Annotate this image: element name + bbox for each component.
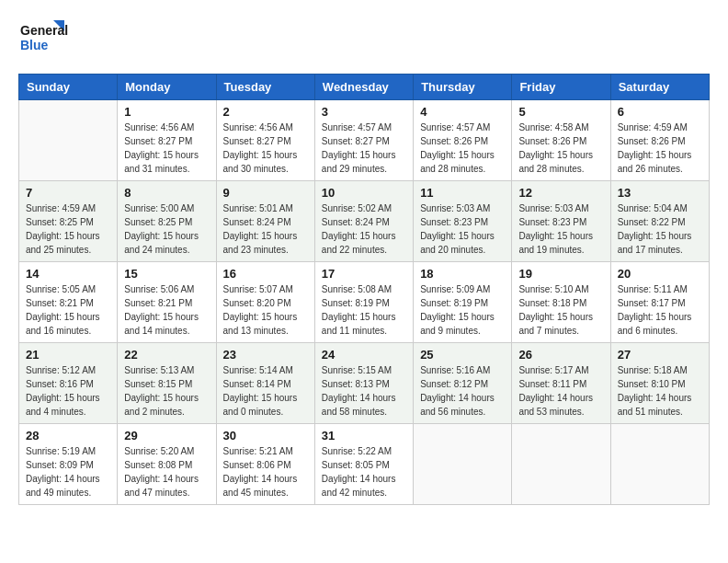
day-number: 12 <box>518 186 603 200</box>
column-header-thursday: Thursday <box>414 75 512 100</box>
day-number: 3 <box>322 105 406 119</box>
calendar-table: SundayMondayTuesdayWednesdayThursdayFrid… <box>18 74 710 505</box>
day-info: Sunrise: 5:03 AM Sunset: 8:23 PM Dayligh… <box>420 201 505 257</box>
day-number: 26 <box>518 348 603 362</box>
calendar-cell: 26Sunrise: 5:17 AM Sunset: 8:11 PM Dayli… <box>512 343 610 424</box>
day-info: Sunrise: 4:57 AM Sunset: 8:26 PM Dayligh… <box>420 121 505 176</box>
calendar-cell: 17Sunrise: 5:08 AM Sunset: 8:19 PM Dayli… <box>314 262 413 343</box>
calendar-cell: 11Sunrise: 5:03 AM Sunset: 8:23 PM Dayli… <box>414 181 512 262</box>
day-info: Sunrise: 5:07 AM Sunset: 8:20 PM Dayligh… <box>223 282 308 338</box>
day-number: 8 <box>124 186 209 200</box>
calendar-cell: 13Sunrise: 5:04 AM Sunset: 8:22 PM Dayli… <box>610 181 709 262</box>
day-info: Sunrise: 5:17 AM Sunset: 8:11 PM Dayligh… <box>518 363 603 419</box>
day-number: 23 <box>223 348 308 362</box>
day-number: 15 <box>124 267 209 281</box>
day-info: Sunrise: 5:14 AM Sunset: 8:14 PM Dayligh… <box>223 363 308 419</box>
day-number: 30 <box>223 429 308 442</box>
calendar-cell: 18Sunrise: 5:09 AM Sunset: 8:19 PM Dayli… <box>414 262 512 343</box>
calendar-cell <box>414 424 512 505</box>
svg-text:Blue: Blue <box>20 38 49 52</box>
column-header-sunday: Sunday <box>19 75 118 100</box>
day-number: 22 <box>124 348 209 362</box>
day-number: 25 <box>420 348 505 362</box>
day-number: 24 <box>322 348 406 362</box>
day-number: 6 <box>618 105 702 119</box>
page-header: GeneralBlue <box>18 18 710 59</box>
day-number: 28 <box>26 429 110 442</box>
calendar-week-row: 21Sunrise: 5:12 AM Sunset: 8:16 PM Dayli… <box>19 343 710 424</box>
calendar-cell: 23Sunrise: 5:14 AM Sunset: 8:14 PM Dayli… <box>216 343 314 424</box>
day-info: Sunrise: 5:19 AM Sunset: 8:09 PM Dayligh… <box>26 444 110 500</box>
calendar-cell: 25Sunrise: 5:16 AM Sunset: 8:12 PM Dayli… <box>414 343 512 424</box>
day-info: Sunrise: 5:11 AM Sunset: 8:17 PM Dayligh… <box>618 282 702 338</box>
day-info: Sunrise: 5:05 AM Sunset: 8:21 PM Dayligh… <box>26 282 110 338</box>
day-number: 16 <box>223 267 308 281</box>
day-info: Sunrise: 4:56 AM Sunset: 8:27 PM Dayligh… <box>124 121 209 176</box>
calendar-cell: 29Sunrise: 5:20 AM Sunset: 8:08 PM Dayli… <box>118 424 216 505</box>
day-number: 17 <box>322 267 406 281</box>
day-info: Sunrise: 5:03 AM Sunset: 8:23 PM Dayligh… <box>518 201 603 257</box>
logo: GeneralBlue <box>18 18 74 59</box>
day-info: Sunrise: 5:22 AM Sunset: 8:05 PM Dayligh… <box>322 444 406 500</box>
day-number: 18 <box>420 267 505 281</box>
day-number: 10 <box>322 186 406 200</box>
day-number: 11 <box>420 186 505 200</box>
day-info: Sunrise: 4:59 AM Sunset: 8:25 PM Dayligh… <box>26 201 110 257</box>
day-number: 20 <box>618 267 702 281</box>
calendar-cell: 14Sunrise: 5:05 AM Sunset: 8:21 PM Dayli… <box>19 262 118 343</box>
calendar-cell: 22Sunrise: 5:13 AM Sunset: 8:15 PM Dayli… <box>118 343 216 424</box>
column-header-wednesday: Wednesday <box>314 75 413 100</box>
calendar-cell: 30Sunrise: 5:21 AM Sunset: 8:06 PM Dayli… <box>216 424 314 505</box>
day-info: Sunrise: 5:09 AM Sunset: 8:19 PM Dayligh… <box>420 282 505 338</box>
day-info: Sunrise: 5:02 AM Sunset: 8:24 PM Dayligh… <box>322 201 406 257</box>
calendar-week-row: 7Sunrise: 4:59 AM Sunset: 8:25 PM Daylig… <box>19 181 710 262</box>
calendar-cell: 31Sunrise: 5:22 AM Sunset: 8:05 PM Dayli… <box>314 424 413 505</box>
day-info: Sunrise: 5:13 AM Sunset: 8:15 PM Dayligh… <box>124 363 209 419</box>
calendar-cell: 3Sunrise: 4:57 AM Sunset: 8:27 PM Daylig… <box>314 100 413 181</box>
day-number: 14 <box>26 267 110 281</box>
day-info: Sunrise: 5:15 AM Sunset: 8:13 PM Dayligh… <box>322 363 406 419</box>
column-header-saturday: Saturday <box>610 75 709 100</box>
calendar-cell: 27Sunrise: 5:18 AM Sunset: 8:10 PM Dayli… <box>610 343 709 424</box>
calendar-cell: 21Sunrise: 5:12 AM Sunset: 8:16 PM Dayli… <box>19 343 118 424</box>
calendar-cell: 24Sunrise: 5:15 AM Sunset: 8:13 PM Dayli… <box>314 343 413 424</box>
day-number: 1 <box>124 105 209 119</box>
calendar-week-row: 14Sunrise: 5:05 AM Sunset: 8:21 PM Dayli… <box>19 262 710 343</box>
logo-svg: GeneralBlue <box>18 18 74 59</box>
day-info: Sunrise: 5:01 AM Sunset: 8:24 PM Dayligh… <box>223 201 308 257</box>
calendar-cell: 8Sunrise: 5:00 AM Sunset: 8:25 PM Daylig… <box>118 181 216 262</box>
day-info: Sunrise: 5:20 AM Sunset: 8:08 PM Dayligh… <box>124 444 209 500</box>
calendar-week-row: 28Sunrise: 5:19 AM Sunset: 8:09 PM Dayli… <box>19 424 710 505</box>
day-number: 31 <box>322 429 406 442</box>
day-info: Sunrise: 4:58 AM Sunset: 8:26 PM Dayligh… <box>518 121 603 176</box>
day-number: 7 <box>26 186 110 200</box>
day-number: 21 <box>26 348 110 362</box>
day-info: Sunrise: 5:18 AM Sunset: 8:10 PM Dayligh… <box>618 363 702 419</box>
day-number: 13 <box>618 186 702 200</box>
day-number: 2 <box>223 105 308 119</box>
calendar-cell: 9Sunrise: 5:01 AM Sunset: 8:24 PM Daylig… <box>216 181 314 262</box>
calendar-cell <box>610 424 709 505</box>
calendar-week-row: 1Sunrise: 4:56 AM Sunset: 8:27 PM Daylig… <box>19 100 710 181</box>
day-info: Sunrise: 5:10 AM Sunset: 8:18 PM Dayligh… <box>518 282 603 338</box>
day-info: Sunrise: 5:06 AM Sunset: 8:21 PM Dayligh… <box>124 282 209 338</box>
calendar-cell: 15Sunrise: 5:06 AM Sunset: 8:21 PM Dayli… <box>118 262 216 343</box>
calendar-header-row: SundayMondayTuesdayWednesdayThursdayFrid… <box>19 75 710 100</box>
calendar-cell: 28Sunrise: 5:19 AM Sunset: 8:09 PM Dayli… <box>19 424 118 505</box>
column-header-tuesday: Tuesday <box>216 75 314 100</box>
day-number: 19 <box>518 267 603 281</box>
day-info: Sunrise: 5:16 AM Sunset: 8:12 PM Dayligh… <box>420 363 505 419</box>
day-number: 29 <box>124 429 209 442</box>
day-info: Sunrise: 5:08 AM Sunset: 8:19 PM Dayligh… <box>322 282 406 338</box>
column-header-monday: Monday <box>118 75 216 100</box>
day-info: Sunrise: 5:00 AM Sunset: 8:25 PM Dayligh… <box>124 201 209 257</box>
day-number: 27 <box>618 348 702 362</box>
calendar-cell: 12Sunrise: 5:03 AM Sunset: 8:23 PM Dayli… <box>512 181 610 262</box>
day-info: Sunrise: 5:21 AM Sunset: 8:06 PM Dayligh… <box>223 444 308 500</box>
calendar-cell <box>512 424 610 505</box>
svg-text:General: General <box>20 23 68 38</box>
calendar-cell: 20Sunrise: 5:11 AM Sunset: 8:17 PM Dayli… <box>610 262 709 343</box>
calendar-cell: 4Sunrise: 4:57 AM Sunset: 8:26 PM Daylig… <box>414 100 512 181</box>
day-number: 5 <box>518 105 603 119</box>
day-info: Sunrise: 5:12 AM Sunset: 8:16 PM Dayligh… <box>26 363 110 419</box>
